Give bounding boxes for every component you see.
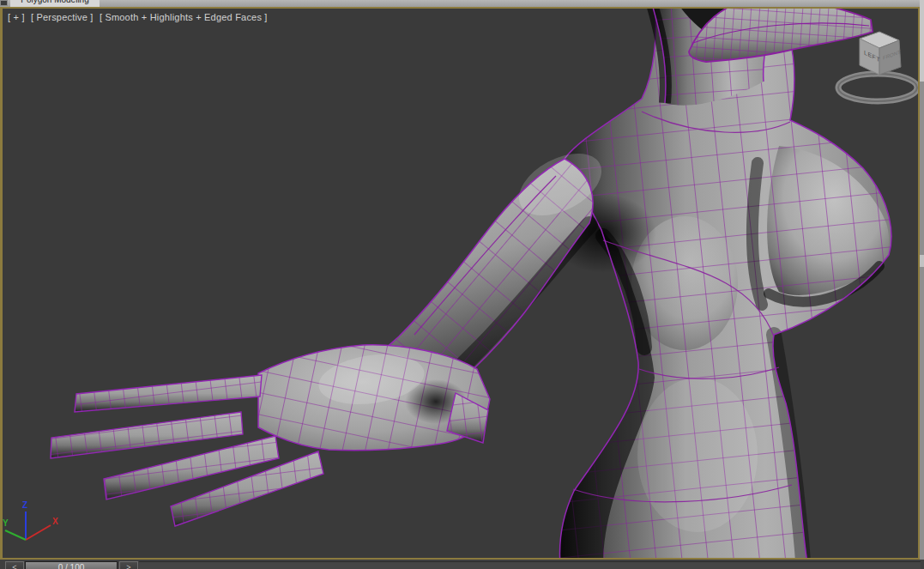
next-frame-button[interactable]: >: [119, 561, 138, 569]
axis-gizmo: Z X Y: [3, 500, 58, 540]
viewport-label: [ + ] [ Perspective ] [ Smooth + Highlig…: [8, 12, 271, 22]
previous-frame-button[interactable]: <: [5, 561, 24, 569]
viewcube[interactable]: LEFT TOP FRONT: [838, 32, 917, 101]
time-slider-bar[interactable]: < 0 / 100 >: [0, 560, 924, 569]
ribbon-tab-label: Polygon Modeling: [10, 0, 100, 4]
ribbon-strip: Polygon Modeling: [0, 0, 924, 7]
ribbon-tab-polygon-modeling[interactable]: Polygon Modeling: [10, 0, 100, 7]
viewport-canvas[interactable]: LEFT TOP FRONT Z X Y: [3, 9, 918, 558]
viewport-shading-menu[interactable]: [ Smooth + Highlights + Edged Faces ]: [100, 12, 268, 22]
command-panel-edge: [920, 0, 924, 569]
perspective-viewport[interactable]: [ + ] [ Perspective ] [ Smooth + Highlig…: [0, 7, 920, 560]
axis-y-label: Y: [3, 518, 9, 528]
viewport-general-menu[interactable]: [ + ]: [8, 12, 25, 22]
axis-z-label: Z: [22, 500, 27, 510]
3dsmax-window: Polygon Modeling [ + ] [ Perspective ] […: [0, 0, 924, 569]
mesh-raised-arm[interactable]: [674, 9, 873, 62]
axis-x-label: X: [52, 517, 58, 526]
time-slider-handle[interactable]: 0 / 100: [25, 561, 118, 569]
time-slider-track[interactable]: [139, 561, 921, 569]
viewport-pov-menu[interactable]: [ Perspective ]: [31, 12, 94, 22]
ribbon-corner-icon[interactable]: [0, 0, 8, 6]
panel-scroll-tick[interactable]: [920, 255, 924, 267]
command-panel-edge-top: [920, 0, 924, 82]
